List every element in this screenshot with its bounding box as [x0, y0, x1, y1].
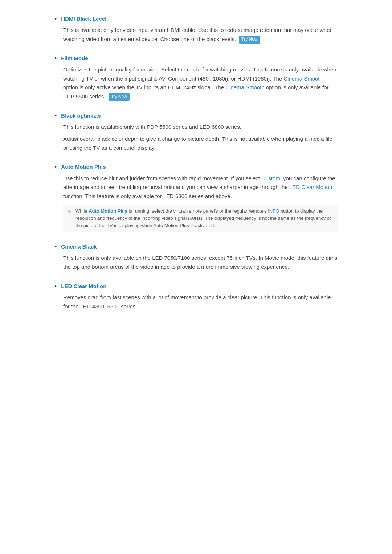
- page-container: • HDMI Black Level This is available onl…: [33, 0, 359, 343]
- custom-link[interactable]: Custom: [261, 175, 280, 181]
- bullet-icon: •: [54, 242, 57, 251]
- note-pencil-icon: ✎: [68, 208, 72, 216]
- bullet-row-black: • Black optimizer: [54, 111, 338, 120]
- bullet-row-led: • LED Clear Motion: [54, 282, 338, 291]
- cinema-body-text: This function is only available on the L…: [63, 254, 338, 272]
- bullet-icon: •: [54, 111, 57, 120]
- bullet-row-amp: • Auto Motion Plus: [54, 163, 338, 172]
- amp-note-text: While Auto Motion Plus is running, selec…: [75, 208, 333, 229]
- cinema-smooth-link-1[interactable]: Cinema Smooth: [283, 75, 323, 82]
- bullet-row-film: • Film Mode: [54, 54, 338, 63]
- section-title-amp[interactable]: Auto Motion Plus: [61, 163, 106, 171]
- black-body-text-2: Adjust overall black color depth to give…: [63, 135, 338, 153]
- black-body-text-1: This function is available only with PDP…: [63, 123, 338, 132]
- section-title-led[interactable]: LED Clear Motion: [61, 282, 106, 291]
- hdmi-try-now[interactable]: Try Now: [239, 36, 260, 44]
- bullet-row-hdmi: • HDMI Black Level: [54, 15, 338, 24]
- section-black-optimizer: • Black optimizer This function is avail…: [54, 111, 338, 152]
- bullet-icon: •: [54, 282, 57, 291]
- section-auto-motion-plus: • Auto Motion Plus Use this to reduce bl…: [54, 163, 338, 232]
- section-title-hdmi[interactable]: HDMI Black Level: [61, 15, 106, 23]
- section-body-amp: Use this to reduce blur and judder from …: [63, 174, 338, 233]
- cinema-smooth-link-2[interactable]: Cinema Smooth: [225, 84, 265, 90]
- led-body-text: Removes drag from fast scenes with a lot…: [63, 293, 338, 311]
- amp-note-amp-link[interactable]: Auto Motion Plus: [89, 208, 127, 214]
- section-body-black: This function is available only with PDP…: [63, 123, 338, 152]
- section-body-cinema: This function is only available on the L…: [63, 254, 338, 272]
- section-led-clear-motion: • LED Clear Motion Removes drag from fas…: [54, 282, 338, 311]
- amp-note-box: ✎ While Auto Motion Plus is running, sel…: [63, 205, 338, 232]
- section-body-led: Removes drag from fast scenes with a lot…: [63, 293, 338, 311]
- section-title-film[interactable]: Film Mode: [61, 54, 88, 63]
- amp-body-text: Use this to reduce blur and judder from …: [63, 174, 338, 201]
- section-body-film: Optimizes the picture quality for movies…: [63, 65, 338, 101]
- section-hdmi-black-level: • HDMI Black Level This is available onl…: [54, 15, 338, 44]
- bullet-icon: •: [54, 54, 57, 63]
- film-body-text: Optimizes the picture quality for movies…: [63, 65, 338, 101]
- bullet-icon: •: [54, 15, 57, 24]
- section-title-cinema[interactable]: Cinema Black: [61, 242, 97, 251]
- section-film-mode: • Film Mode Optimizes the picture qualit…: [54, 54, 338, 101]
- bullet-icon: •: [54, 163, 57, 172]
- hdmi-body-text: This is available only for video input v…: [63, 26, 338, 44]
- section-title-black[interactable]: Black optimizer: [61, 111, 101, 120]
- section-body-hdmi: This is available only for video input v…: [63, 26, 338, 44]
- section-cinema-black: • Cinema Black This function is only ava…: [54, 242, 338, 272]
- info-link[interactable]: INFO: [268, 208, 279, 214]
- film-try-now[interactable]: Try Now: [109, 93, 130, 101]
- bullet-row-cinema: • Cinema Black: [54, 242, 338, 251]
- led-clear-motion-link[interactable]: LED Clear Motion: [289, 184, 332, 190]
